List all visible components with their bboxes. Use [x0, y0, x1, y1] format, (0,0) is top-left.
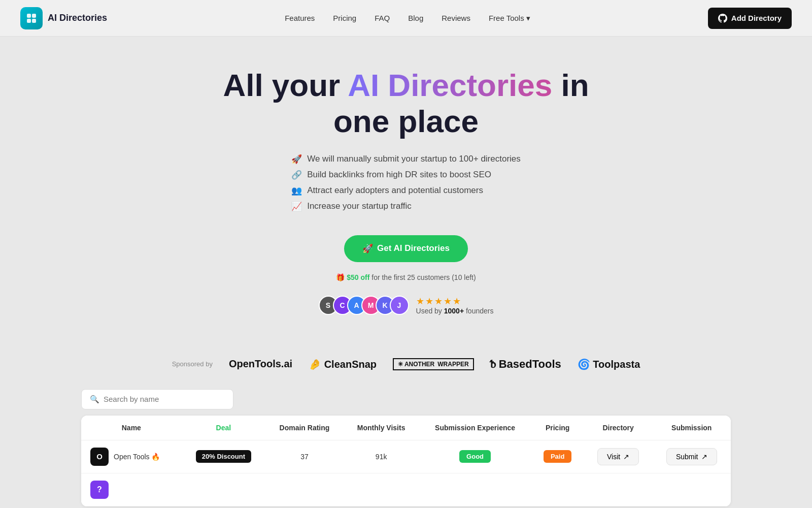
col-name: Name — [81, 416, 182, 440]
monthly-visits-cell: 91k — [344, 440, 419, 473]
directory-table: Name Deal Domain Rating Monthly Visits S… — [81, 416, 731, 506]
table-body: O Open Tools 🔥 20% Discount 37 91k Good … — [81, 440, 731, 506]
svg-rect-2 — [27, 19, 31, 23]
hero-section: All your AI Directories in one place 🚀 W… — [0, 37, 812, 351]
col-pricing: Pricing — [531, 416, 584, 440]
hero-feature-1: 🚀 We will manually submit your startup t… — [291, 154, 521, 165]
sponsor-opentools: OpenTools.ai — [229, 358, 292, 370]
domain-rating-cell-2 — [265, 473, 344, 506]
submit-button[interactable]: Submit ↗ — [666, 448, 717, 465]
tool-icon: O — [90, 448, 109, 466]
nav-blog[interactable]: Blog — [408, 14, 423, 22]
nav-free-tools[interactable]: Free Tools ▾ — [489, 14, 530, 23]
navbar-nav: Features Pricing FAQ Blog Reviews Free T… — [285, 14, 530, 23]
avatar-group: S C A M K J — [319, 296, 409, 315]
link-icon: 🔗 — [291, 170, 302, 180]
hero-feature-2: 🔗 Build backlinks from high DR sites to … — [291, 170, 521, 180]
hero-feature-4: 📈 Increase your startup traffic — [291, 201, 521, 212]
submit-cell: Submit ↗ — [652, 440, 731, 473]
github-icon — [718, 14, 727, 23]
table-header: Name Deal Domain Rating Monthly Visits S… — [81, 416, 731, 440]
svg-rect-1 — [32, 14, 36, 18]
sponsor-anotherwrapper: ✳ ANOTHERWRAPPER — [393, 358, 474, 370]
hero-discount: 🎁 $50 off for the first 25 customers (10… — [10, 273, 802, 281]
rocket-icon: 🚀 — [291, 154, 302, 165]
tool-icon-2: ? — [90, 481, 109, 499]
col-deal: Deal — [182, 416, 266, 440]
col-domain-rating: Domain Rating — [265, 416, 344, 440]
col-directory: Directory — [584, 416, 653, 440]
sponsor-cleansnap: 🤌 CleanSnap — [309, 358, 377, 370]
visit-cell: Visit ↗ — [584, 440, 653, 473]
tool-name-cell-2: ? — [81, 473, 182, 506]
sponsors-section: Sponsored by OpenTools.ai 🤌 CleanSnap ✳ … — [0, 351, 812, 381]
table-section: Name Deal Domain Rating Monthly Visits S… — [0, 416, 812, 508]
add-directory-button[interactable]: Add Directory — [708, 8, 792, 29]
sponsor-basedtools: ᵬ BasedTools — [490, 358, 561, 371]
logo-icon — [20, 7, 43, 29]
pricing-cell: Paid — [531, 440, 584, 473]
deal-cell: 20% Discount — [182, 440, 266, 473]
pricing-cell-2 — [531, 473, 584, 506]
visit-cell-2 — [584, 473, 653, 506]
nav-faq[interactable]: FAQ — [375, 14, 390, 22]
people-icon: 👥 — [291, 185, 302, 196]
domain-rating-cell: 37 — [265, 440, 344, 473]
good-badge: Good — [459, 450, 491, 463]
nav-reviews[interactable]: Reviews — [442, 14, 470, 22]
col-monthly-visits: Monthly Visits — [344, 416, 419, 440]
nav-pricing[interactable]: Pricing — [333, 14, 356, 22]
hero-feature-3: 👥 Attract early adopters and potential c… — [291, 185, 521, 196]
external-link-icon: ↗ — [701, 453, 707, 461]
deal-badge: 20% Discount — [196, 450, 251, 463]
tool-name: Open Tools 🔥 — [114, 453, 160, 461]
navbar-cta: Add Directory — [708, 8, 792, 29]
star-icons: ★★★★★ — [416, 296, 462, 307]
search-icon: 🔍 — [90, 395, 99, 404]
nav-features[interactable]: Features — [285, 14, 315, 22]
navbar: AI Directories Features Pricing FAQ Blog… — [0, 0, 812, 37]
external-link-icon: ↗ — [623, 453, 629, 461]
rocket-cta-icon: 🚀 — [362, 243, 373, 254]
hero-features-list: 🚀 We will manually submit your startup t… — [291, 154, 521, 217]
founders-text: Used by 1000+ founders — [416, 307, 494, 315]
sponsor-toolpasta: 🌀 Toolpasta — [578, 358, 640, 370]
stars-rating: ★★★★★ Used by 1000+ founders — [416, 296, 494, 315]
svg-rect-0 — [27, 14, 31, 18]
svg-rect-3 — [32, 19, 36, 23]
chevron-down-icon: ▾ — [526, 14, 530, 23]
col-submission: Submission — [652, 416, 731, 440]
visit-button[interactable]: Visit ↗ — [597, 448, 639, 465]
logo-text: AI Directories — [48, 13, 107, 23]
avatar: J — [390, 296, 409, 315]
navbar-brand: AI Directories — [20, 7, 107, 29]
paid-badge: Paid — [544, 450, 571, 463]
search-input[interactable] — [104, 395, 225, 403]
chart-icon: 📈 — [291, 201, 302, 212]
get-ai-directories-button[interactable]: 🚀 Get AI Directories — [344, 235, 468, 262]
table-row: ? — [81, 473, 731, 506]
sponsored-by-label: Sponsored by — [172, 360, 213, 368]
search-section: 🔍 — [0, 381, 812, 416]
submit-cell-2 — [652, 473, 731, 506]
col-submission-exp: Submission Experience — [419, 416, 531, 440]
social-proof: S C A M K J ★★★★★ Used by 1000+ founders — [10, 296, 802, 315]
tool-name-cell: O Open Tools 🔥 — [81, 440, 182, 473]
deal-cell-2 — [182, 473, 266, 506]
submission-exp-cell: Good — [419, 440, 531, 473]
submission-exp-cell-2 — [419, 473, 531, 506]
table-row: O Open Tools 🔥 20% Discount 37 91k Good … — [81, 440, 731, 473]
hero-title: All your AI Directories in one place — [10, 67, 802, 140]
search-box: 🔍 — [81, 389, 233, 409]
monthly-visits-cell-2 — [344, 473, 419, 506]
